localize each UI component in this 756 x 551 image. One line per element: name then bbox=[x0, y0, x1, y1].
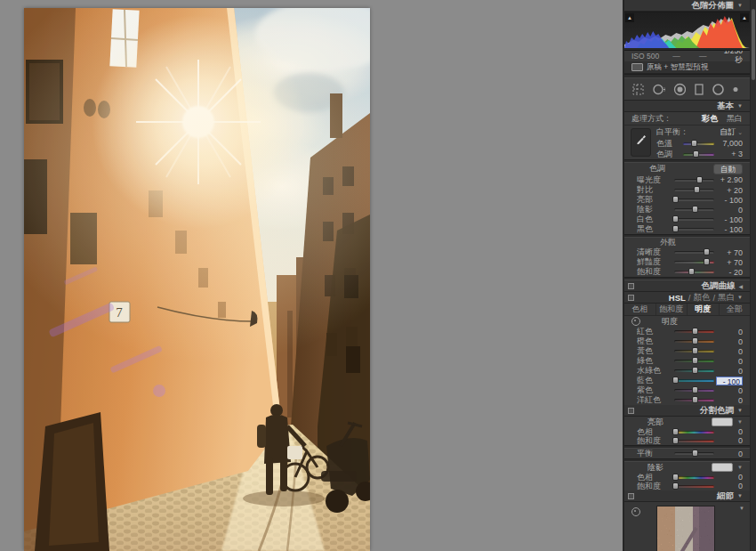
targeted-adjustment-icon[interactable] bbox=[631, 317, 640, 326]
slider-track[interactable] bbox=[674, 440, 714, 442]
slider-thumb[interactable] bbox=[672, 482, 679, 490]
slider-thumb[interactable] bbox=[672, 428, 679, 435]
slider-track[interactable] bbox=[674, 199, 714, 201]
auto-tone-button[interactable]: 自動 bbox=[713, 164, 743, 174]
slider-thumb[interactable] bbox=[704, 258, 710, 265]
slider-track[interactable] bbox=[674, 389, 714, 392]
split-toning-panel-header[interactable]: 分割色調 ▼ bbox=[624, 405, 750, 417]
slider-track[interactable] bbox=[674, 179, 714, 182]
slider-thumb[interactable] bbox=[672, 474, 679, 481]
panel-switch-icon[interactable] bbox=[628, 493, 634, 499]
expand-arrow-icon[interactable]: ▼ bbox=[739, 506, 744, 511]
histogram[interactable]: ▲ ▲ bbox=[624, 12, 750, 51]
spot-removal-icon[interactable] bbox=[652, 83, 666, 96]
slider-thumb[interactable] bbox=[672, 215, 679, 223]
collapse-arrow-icon[interactable]: ▼ bbox=[737, 103, 743, 109]
slider-track[interactable] bbox=[674, 379, 714, 382]
detail-panel-header[interactable]: 細節 ▼ bbox=[624, 490, 750, 502]
collapse-arrow-icon[interactable]: ▼ bbox=[737, 493, 743, 498]
slider-thumb[interactable] bbox=[688, 268, 695, 275]
slider-track[interactable] bbox=[683, 153, 714, 156]
hsl-mode-bw[interactable]: 黑白 bbox=[718, 292, 735, 304]
graduated-filter-icon[interactable] bbox=[694, 83, 704, 96]
hsl-panel-header[interactable]: HSL / 顏色 / 黑白 ▼ bbox=[624, 292, 750, 304]
highlights-color-swatch[interactable] bbox=[712, 417, 733, 426]
tab-luminance[interactable]: 明度 bbox=[688, 304, 720, 315]
radial-filter-icon[interactable] bbox=[712, 83, 724, 96]
histogram-panel-header[interactable]: 色階分佈圖 ▼ bbox=[624, 0, 750, 12]
slider-thumb[interactable] bbox=[692, 328, 698, 335]
treatment-bw-option[interactable]: 黑白 bbox=[727, 113, 743, 125]
photo-canvas[interactable]: 7 bbox=[24, 8, 370, 551]
slider-thumb[interactable] bbox=[692, 337, 698, 344]
detail-preview[interactable] bbox=[656, 506, 715, 551]
collapse-arrow-icon[interactable]: ◀ bbox=[738, 283, 743, 289]
wb-eyedropper-button[interactable] bbox=[631, 128, 651, 157]
slider-thumb[interactable] bbox=[694, 186, 700, 193]
slider-thumb[interactable] bbox=[672, 196, 679, 203]
wb-preset-dropdown[interactable]: 自訂⌄ bbox=[720, 126, 743, 138]
slider-thumb[interactable] bbox=[692, 386, 698, 393]
shadow-clipping-indicator[interactable]: ▲ bbox=[625, 13, 634, 22]
slider-track[interactable] bbox=[683, 142, 714, 145]
slider-thumb[interactable] bbox=[704, 248, 710, 255]
basic-panel-header[interactable]: 基本 ▼ bbox=[624, 101, 750, 112]
panel-scrollbar[interactable] bbox=[750, 0, 756, 551]
slider-shadows-saturation[interactable]: 飽和度 0 bbox=[624, 482, 750, 490]
slider-track[interactable] bbox=[674, 476, 714, 479]
collapse-arrow-icon[interactable]: ▼ bbox=[737, 295, 743, 300]
slider-track[interactable] bbox=[674, 330, 714, 333]
slider-thumb[interactable] bbox=[692, 357, 698, 364]
slider-track[interactable] bbox=[674, 431, 714, 434]
slider-thumb[interactable] bbox=[693, 150, 699, 158]
panel-switch-icon[interactable] bbox=[628, 408, 634, 414]
slider-thumb[interactable] bbox=[692, 206, 698, 213]
slider-thumb[interactable] bbox=[692, 347, 698, 354]
highlight-clipping-indicator[interactable]: ▲ bbox=[740, 13, 749, 22]
detail-zoom-target-icon[interactable] bbox=[631, 507, 640, 516]
tone-curve-panel-header[interactable]: 色調曲線 ◀ bbox=[624, 280, 750, 292]
slider-track[interactable] bbox=[674, 452, 714, 455]
scrollbar-thumb[interactable] bbox=[752, 9, 755, 80]
panel-switch-icon[interactable] bbox=[628, 295, 634, 301]
slider-track[interactable] bbox=[674, 218, 714, 221]
blue-luminance-value-input[interactable]: - 100 bbox=[716, 377, 743, 385]
slider-thumb[interactable] bbox=[672, 377, 679, 384]
collapse-arrow-icon[interactable]: ▼ bbox=[737, 3, 743, 8]
adjustment-brush-icon[interactable] bbox=[732, 83, 738, 96]
slider-track[interactable] bbox=[674, 208, 714, 211]
slider-saturation[interactable]: 飽和度 - 20 bbox=[624, 267, 750, 277]
slider-highlights-saturation[interactable]: 飽和度 0 bbox=[624, 436, 750, 445]
slider-track[interactable] bbox=[674, 340, 714, 343]
slider-track[interactable] bbox=[674, 189, 714, 191]
slider-track[interactable] bbox=[674, 350, 714, 352]
expand-arrow-icon[interactable]: ▼ bbox=[737, 465, 743, 470]
slider-thumb[interactable] bbox=[692, 396, 698, 403]
slider-track[interactable] bbox=[674, 261, 714, 263]
slider-thumb[interactable] bbox=[672, 225, 679, 232]
slider-track[interactable] bbox=[674, 228, 714, 231]
hsl-mode-hsl[interactable]: HSL bbox=[669, 293, 686, 303]
slider-thumb[interactable] bbox=[696, 176, 703, 183]
tab-all[interactable]: 全部 bbox=[720, 304, 751, 315]
panel-switch-icon[interactable] bbox=[628, 283, 634, 289]
slider-track[interactable] bbox=[674, 369, 714, 372]
slider-track[interactable] bbox=[674, 360, 714, 362]
crop-overlay-icon[interactable] bbox=[631, 83, 644, 96]
red-eye-icon[interactable] bbox=[673, 83, 686, 96]
tab-hue[interactable]: 色相 bbox=[624, 304, 656, 315]
slider-track[interactable] bbox=[674, 485, 714, 488]
slider-magenta-luminance[interactable]: 洋紅色 0 bbox=[624, 395, 750, 405]
slider-track[interactable] bbox=[674, 271, 714, 273]
hsl-mode-color[interactable]: 顏色 bbox=[693, 292, 710, 304]
slider-thumb[interactable] bbox=[672, 437, 679, 444]
slider-blacks[interactable]: 黑色 - 100 bbox=[624, 224, 750, 234]
slider-track[interactable] bbox=[674, 399, 714, 401]
shadows-color-swatch[interactable] bbox=[712, 463, 733, 472]
slider-track[interactable] bbox=[674, 251, 714, 254]
collapse-arrow-icon[interactable]: ▼ bbox=[737, 408, 743, 413]
treatment-color-option[interactable]: 彩色 bbox=[702, 113, 718, 125]
tab-saturation[interactable]: 飽和度 bbox=[656, 304, 688, 315]
slider-thumb[interactable] bbox=[692, 450, 698, 457]
expand-arrow-icon[interactable]: ▼ bbox=[737, 419, 743, 425]
